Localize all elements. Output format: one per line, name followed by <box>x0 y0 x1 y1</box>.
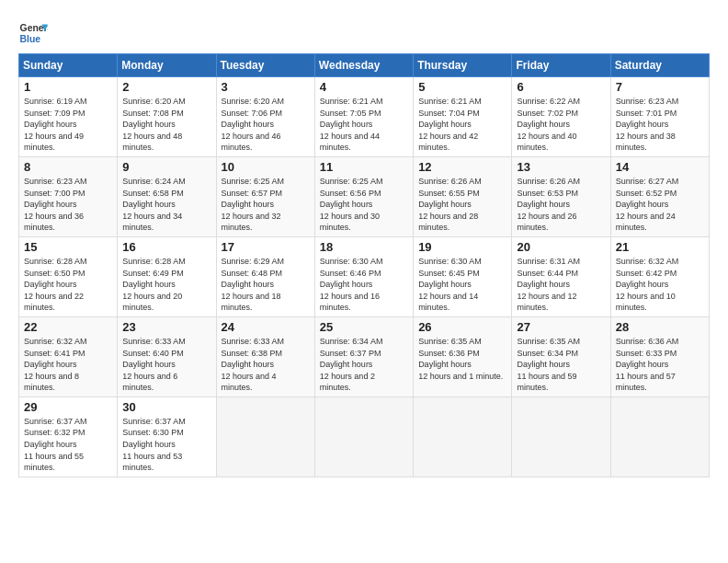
day-cell-9: 9 Sunrise: 6:24 AMSunset: 6:58 PMDayligh… <box>118 156 216 236</box>
day-header-thursday: Thursday <box>414 54 512 77</box>
day-number: 28 <box>616 320 704 334</box>
calendar-table: SundayMondayTuesdayWednesdayThursdayFrid… <box>18 53 710 477</box>
calendar-week-3: 15 Sunrise: 6:28 AMSunset: 6:50 PMDaylig… <box>19 236 710 316</box>
day-info: Sunrise: 6:30 AMSunset: 6:46 PMDaylight … <box>320 257 383 312</box>
day-cell-25: 25 Sunrise: 6:34 AMSunset: 6:37 PMDaylig… <box>314 316 413 396</box>
day-info: Sunrise: 6:37 AMSunset: 6:32 PMDaylight … <box>24 417 87 472</box>
empty-cell <box>314 396 413 477</box>
day-cell-27: 27 Sunrise: 6:35 AMSunset: 6:34 PMDaylig… <box>512 316 610 396</box>
day-cell-12: 12 Sunrise: 6:26 AMSunset: 6:55 PMDaylig… <box>414 156 512 236</box>
day-cell-2: 2 Sunrise: 6:20 AMSunset: 7:08 PMDayligh… <box>118 77 216 157</box>
day-number: 22 <box>24 320 112 334</box>
day-number: 12 <box>418 160 506 174</box>
calendar-week-4: 22 Sunrise: 6:32 AMSunset: 6:41 PMDaylig… <box>19 316 710 396</box>
day-cell-21: 21 Sunrise: 6:32 AMSunset: 6:42 PMDaylig… <box>610 236 709 316</box>
day-info: Sunrise: 6:23 AMSunset: 7:01 PMDaylight … <box>616 97 679 152</box>
day-info: Sunrise: 6:25 AMSunset: 6:56 PMDaylight … <box>320 177 383 232</box>
page-header: General Blue <box>18 15 710 48</box>
day-info: Sunrise: 6:20 AMSunset: 7:08 PMDaylight … <box>122 97 186 152</box>
day-info: Sunrise: 6:21 AMSunset: 7:04 PMDaylight … <box>418 97 482 152</box>
day-header-friday: Friday <box>512 54 610 77</box>
day-number: 29 <box>24 400 112 414</box>
day-cell-19: 19 Sunrise: 6:30 AMSunset: 6:45 PMDaylig… <box>414 236 512 316</box>
day-cell-20: 20 Sunrise: 6:31 AMSunset: 6:44 PMDaylig… <box>512 236 610 316</box>
day-cell-1: 1 Sunrise: 6:19 AMSunset: 7:09 PMDayligh… <box>19 77 118 157</box>
day-cell-26: 26 Sunrise: 6:35 AMSunset: 6:36 PMDaylig… <box>414 316 512 396</box>
day-number: 1 <box>24 80 112 94</box>
empty-cell <box>512 396 610 477</box>
day-info: Sunrise: 6:34 AMSunset: 6:37 PMDaylight … <box>320 337 383 392</box>
day-info: Sunrise: 6:22 AMSunset: 7:02 PMDaylight … <box>517 97 580 152</box>
day-info: Sunrise: 6:21 AMSunset: 7:05 PMDaylight … <box>320 97 383 152</box>
day-cell-24: 24 Sunrise: 6:33 AMSunset: 6:38 PMDaylig… <box>216 316 314 396</box>
day-number: 8 <box>24 160 112 174</box>
day-cell-22: 22 Sunrise: 6:32 AMSunset: 6:41 PMDaylig… <box>19 316 118 396</box>
logo-icon: General Blue <box>18 18 48 48</box>
day-info: Sunrise: 6:36 AMSunset: 6:33 PMDaylight … <box>616 337 679 392</box>
day-info: Sunrise: 6:32 AMSunset: 6:41 PMDaylight … <box>24 337 87 392</box>
day-info: Sunrise: 6:31 AMSunset: 6:44 PMDaylight … <box>517 257 580 312</box>
day-number: 5 <box>418 80 506 94</box>
day-info: Sunrise: 6:33 AMSunset: 6:38 PMDaylight … <box>222 337 285 392</box>
day-number: 10 <box>222 160 310 174</box>
day-cell-8: 8 Sunrise: 6:23 AMSunset: 7:00 PMDayligh… <box>19 156 118 236</box>
day-number: 13 <box>517 160 605 174</box>
day-info: Sunrise: 6:23 AMSunset: 7:00 PMDaylight … <box>24 177 87 232</box>
day-number: 14 <box>616 160 704 174</box>
day-info: Sunrise: 6:26 AMSunset: 6:55 PMDaylight … <box>418 177 482 232</box>
day-number: 3 <box>222 80 310 94</box>
day-cell-23: 23 Sunrise: 6:33 AMSunset: 6:40 PMDaylig… <box>118 316 216 396</box>
day-info: Sunrise: 6:30 AMSunset: 6:45 PMDaylight … <box>418 257 482 312</box>
day-number: 20 <box>517 240 605 254</box>
day-number: 7 <box>616 80 704 94</box>
day-cell-11: 11 Sunrise: 6:25 AMSunset: 6:56 PMDaylig… <box>314 156 413 236</box>
day-cell-18: 18 Sunrise: 6:30 AMSunset: 6:46 PMDaylig… <box>314 236 413 316</box>
day-number: 6 <box>517 80 605 94</box>
day-cell-15: 15 Sunrise: 6:28 AMSunset: 6:50 PMDaylig… <box>19 236 118 316</box>
empty-cell <box>414 396 512 477</box>
day-header-saturday: Saturday <box>610 54 709 77</box>
day-number: 17 <box>222 240 310 254</box>
day-info: Sunrise: 6:20 AMSunset: 7:06 PMDaylight … <box>222 97 285 152</box>
day-info: Sunrise: 6:28 AMSunset: 6:49 PMDaylight … <box>122 257 186 312</box>
empty-cell <box>216 396 314 477</box>
day-number: 4 <box>320 80 408 94</box>
day-number: 19 <box>418 240 506 254</box>
calendar-header-row: SundayMondayTuesdayWednesdayThursdayFrid… <box>19 54 710 77</box>
svg-text:Blue: Blue <box>20 34 41 44</box>
day-cell-13: 13 Sunrise: 6:26 AMSunset: 6:53 PMDaylig… <box>512 156 610 236</box>
calendar-week-2: 8 Sunrise: 6:23 AMSunset: 7:00 PMDayligh… <box>19 156 710 236</box>
day-info: Sunrise: 6:35 AMSunset: 6:34 PMDaylight … <box>517 337 580 392</box>
day-cell-16: 16 Sunrise: 6:28 AMSunset: 6:49 PMDaylig… <box>118 236 216 316</box>
day-cell-6: 6 Sunrise: 6:22 AMSunset: 7:02 PMDayligh… <box>512 77 610 157</box>
calendar-week-5: 29 Sunrise: 6:37 AMSunset: 6:32 PMDaylig… <box>19 396 710 477</box>
day-cell-28: 28 Sunrise: 6:36 AMSunset: 6:33 PMDaylig… <box>610 316 709 396</box>
day-info: Sunrise: 6:24 AMSunset: 6:58 PMDaylight … <box>122 177 186 232</box>
day-cell-30: 30 Sunrise: 6:37 AMSunset: 6:30 PMDaylig… <box>118 396 216 477</box>
day-number: 2 <box>122 80 210 94</box>
day-info: Sunrise: 6:26 AMSunset: 6:53 PMDaylight … <box>517 177 580 232</box>
day-cell-3: 3 Sunrise: 6:20 AMSunset: 7:06 PMDayligh… <box>216 77 314 157</box>
day-info: Sunrise: 6:37 AMSunset: 6:30 PMDaylight … <box>122 417 186 472</box>
day-cell-7: 7 Sunrise: 6:23 AMSunset: 7:01 PMDayligh… <box>610 77 709 157</box>
day-header-tuesday: Tuesday <box>216 54 314 77</box>
day-number: 15 <box>24 240 112 254</box>
day-info: Sunrise: 6:35 AMSunset: 6:36 PMDaylight … <box>418 337 503 381</box>
day-number: 24 <box>222 320 310 334</box>
day-cell-29: 29 Sunrise: 6:37 AMSunset: 6:32 PMDaylig… <box>19 396 118 477</box>
calendar-week-1: 1 Sunrise: 6:19 AMSunset: 7:09 PMDayligh… <box>19 77 710 157</box>
day-header-monday: Monday <box>118 54 216 77</box>
day-info: Sunrise: 6:25 AMSunset: 6:57 PMDaylight … <box>222 177 285 232</box>
day-number: 9 <box>122 160 210 174</box>
day-info: Sunrise: 6:27 AMSunset: 6:52 PMDaylight … <box>616 177 679 232</box>
logo: General Blue <box>18 18 48 48</box>
day-number: 23 <box>122 320 210 334</box>
day-number: 27 <box>517 320 605 334</box>
day-info: Sunrise: 6:33 AMSunset: 6:40 PMDaylight … <box>122 337 186 392</box>
day-cell-17: 17 Sunrise: 6:29 AMSunset: 6:48 PMDaylig… <box>216 236 314 316</box>
day-info: Sunrise: 6:19 AMSunset: 7:09 PMDaylight … <box>24 97 87 152</box>
day-info: Sunrise: 6:29 AMSunset: 6:48 PMDaylight … <box>222 257 285 312</box>
day-info: Sunrise: 6:32 AMSunset: 6:42 PMDaylight … <box>616 257 679 312</box>
day-cell-5: 5 Sunrise: 6:21 AMSunset: 7:04 PMDayligh… <box>414 77 512 157</box>
day-number: 18 <box>320 240 408 254</box>
